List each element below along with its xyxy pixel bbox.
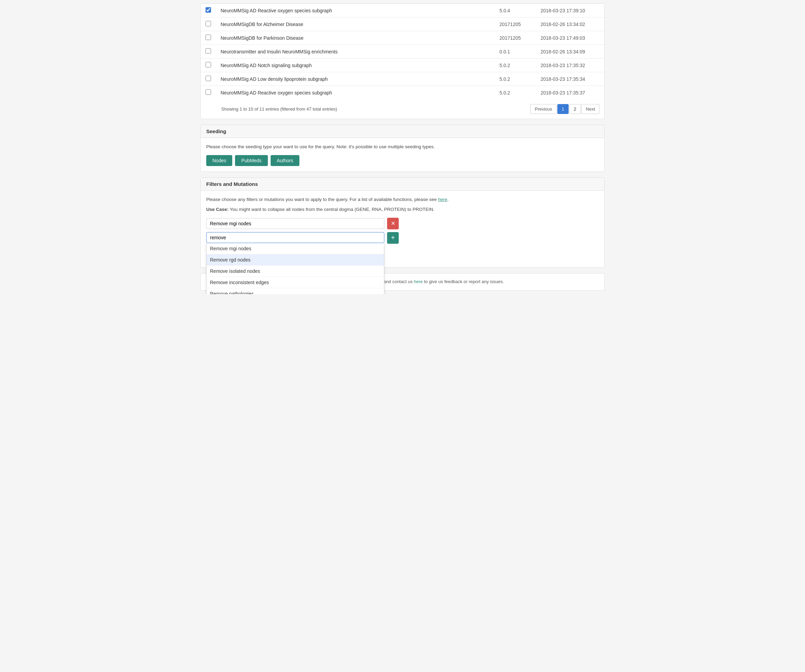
row-checkbox-cell <box>201 18 216 31</box>
seeding-header: Seeding <box>201 125 604 138</box>
row-date: 2018-03-23 17:35:34 <box>536 72 604 86</box>
row-name: Neurotransmitter and Insulin NeuroMMSig … <box>216 45 495 59</box>
dropdown-item[interactable]: Remove pathologies <box>207 288 384 294</box>
row-name: NeuroMMSig AD Reactive oxygen species su… <box>216 4 495 18</box>
row-name: NeuroMMSig AD Low density lipoprotein su… <box>216 72 495 86</box>
row-date: 2018-02-26 13:34:02 <box>536 18 604 31</box>
row-version: 0.0.1 <box>495 45 536 59</box>
seeding-section: Seeding Please choose the seeding type y… <box>200 125 605 172</box>
row-checkbox-cell <box>201 4 216 18</box>
remove-filter-button[interactable] <box>387 218 399 229</box>
dropdown-container: Remove mgi nodesRemove rgd nodesRemove i… <box>206 232 384 243</box>
row-checkbox-cell <box>201 72 216 86</box>
authors-button[interactable]: Authors <box>271 155 299 166</box>
filter-desc-text: Please choose any filters or mutations y… <box>206 197 437 202</box>
add-filter-button[interactable] <box>387 232 399 244</box>
row-name: NeuroMMSigDB for Parkinson Disease <box>216 31 495 45</box>
page-1-button[interactable]: 1 <box>557 104 568 114</box>
table-row: NeuroMMSig AD Reactive oxygen species su… <box>201 4 604 18</box>
row-version: 5.0.2 <box>495 72 536 86</box>
table-section: NeuroMMSig AD Reactive oxygen species su… <box>200 3 605 119</box>
dropdown-item[interactable]: Remove mgi nodes <box>207 243 384 254</box>
filter-description: Please choose any filters or mutations y… <box>206 196 599 203</box>
row-checkbox-cell <box>201 45 216 59</box>
table-row: NeuroMMSigDB for Parkinson Disease201712… <box>201 31 604 45</box>
row-checkbox-cell <box>201 59 216 72</box>
row-version: 5.0.2 <box>495 59 536 72</box>
page-2-button[interactable]: 2 <box>569 104 581 114</box>
pagination-area: Showing 1 to 10 of 11 entries (filtered … <box>201 99 604 119</box>
row-checkbox-5[interactable] <box>205 75 211 81</box>
row-checkbox-4[interactable] <box>205 62 211 67</box>
existing-filter-input[interactable] <box>206 218 384 229</box>
plus-icon <box>391 234 395 242</box>
here-link[interactable]: here <box>414 279 423 284</box>
row-checkbox-cell <box>201 31 216 45</box>
dropdown-item[interactable]: Remove isolated nodes <box>207 266 384 277</box>
row-name: NeuroMMSig AD Notch signaling subgraph <box>216 59 495 72</box>
table-row: NeuroMMSig AD Reactive oxygen species su… <box>201 86 604 100</box>
table-row: NeuroMMSig AD Notch signaling subgraph5.… <box>201 59 604 72</box>
row-checkbox-cell <box>201 86 216 100</box>
row-version: 5.0.4 <box>495 4 536 18</box>
row-checkbox-0[interactable] <box>205 7 211 13</box>
row-checkbox-2[interactable] <box>205 34 211 40</box>
row-date: 2018-03-23 17:35:32 <box>536 59 604 72</box>
pagination-info: Showing 1 to 10 of 11 entries (filtered … <box>221 107 337 111</box>
dropdown-list: Remove mgi nodesRemove rgd nodesRemove i… <box>206 243 384 294</box>
use-case-body: You might want to collapse all nodes fro… <box>230 207 435 212</box>
row-name: NeuroMMSig AD Reactive oxygen species su… <box>216 86 495 100</box>
row-version: 5.0.2 <box>495 86 536 100</box>
row-date: 2018-03-23 17:49:03 <box>536 31 604 45</box>
previous-button[interactable]: Previous <box>530 104 557 114</box>
next-button[interactable]: Next <box>581 104 600 114</box>
row-name: NeuroMMSigDB for Alzheimer Disease <box>216 18 495 31</box>
filter-search-input[interactable] <box>206 232 384 243</box>
row-date: 2018-03-23 17:35:37 <box>536 86 604 100</box>
networks-table: NeuroMMSig AD Reactive oxygen species su… <box>201 4 604 99</box>
x-icon <box>391 220 395 227</box>
table-row: NeuroMMSigDB for Alzheimer Disease201712… <box>201 18 604 31</box>
use-case-label: Use Case: <box>206 207 228 212</box>
nodes-button[interactable]: Nodes <box>206 155 232 166</box>
dropdown-item[interactable]: Remove inconsistent edges <box>207 277 384 288</box>
existing-filter-row <box>206 218 599 229</box>
pubmeds-button[interactable]: PubMeds <box>235 155 268 166</box>
use-case-text: Use Case: You might want to collapse all… <box>206 206 599 213</box>
row-date: 2018-03-23 17:39:10 <box>536 4 604 18</box>
filter-here-link[interactable]: here <box>438 197 447 202</box>
row-version: 20171205 <box>495 18 536 31</box>
table-row: Neurotransmitter and Insulin NeuroMMSig … <box>201 45 604 59</box>
row-checkbox-3[interactable] <box>205 48 211 54</box>
table-row: NeuroMMSig AD Low density lipoprotein su… <box>201 72 604 86</box>
new-filter-row: Remove mgi nodesRemove rgd nodesRemove i… <box>206 232 599 244</box>
filters-section: Filters and Mutations Please choose any … <box>200 177 605 268</box>
row-checkbox-1[interactable] <box>205 21 211 26</box>
row-date: 2018-02-26 13:34:09 <box>536 45 604 59</box>
pagination-controls: Previous 1 2 Next <box>530 104 600 114</box>
seeding-buttons-container: Nodes PubMeds Authors <box>206 155 599 166</box>
row-version: 20171205 <box>495 31 536 45</box>
seeding-description: Please choose the seeding type your want… <box>206 143 599 150</box>
row-checkbox-6[interactable] <box>205 89 211 95</box>
dropdown-item[interactable]: Remove rgd nodes <box>207 254 384 266</box>
filters-header: Filters and Mutations <box>201 178 604 191</box>
